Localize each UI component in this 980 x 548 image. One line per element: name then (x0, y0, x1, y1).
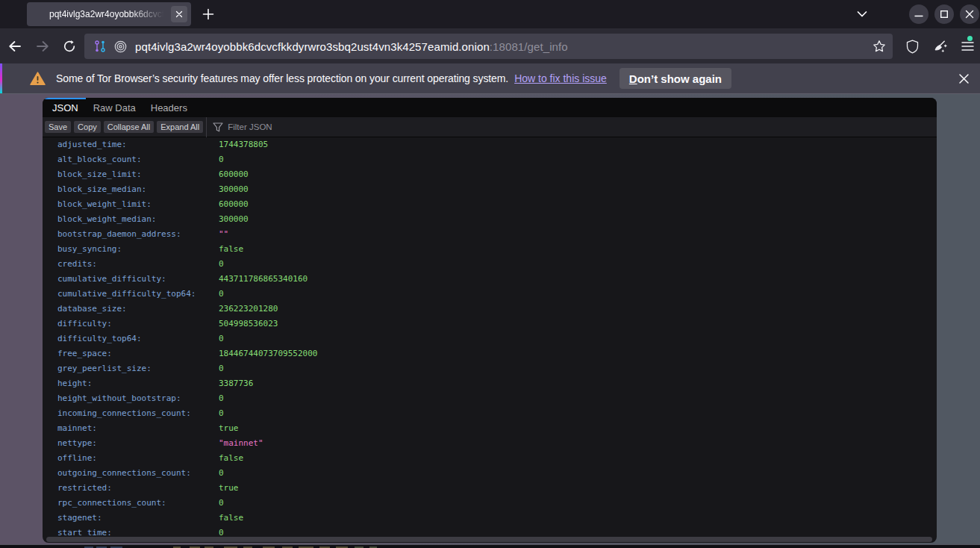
json-row: difficulty:504998536023 (43, 317, 937, 331)
json-value: 0 (219, 331, 937, 346)
forward-button[interactable] (33, 37, 52, 55)
json-key: nettype: (57, 436, 219, 451)
shield-icon (906, 40, 919, 54)
tab-headers[interactable]: Headers (143, 98, 195, 117)
tab-json[interactable]: JSON (45, 98, 86, 117)
json-value: 3387736 (219, 376, 937, 391)
window-close-button[interactable] (960, 4, 979, 24)
chevron-down-icon (856, 10, 868, 19)
minimize-icon (914, 10, 923, 19)
json-key: block_size_median: (57, 182, 219, 197)
json-row: height:3387736 (43, 376, 937, 391)
save-button[interactable]: Save (45, 121, 71, 133)
close-icon (958, 73, 970, 84)
expand-all-button[interactable]: Expand All (157, 121, 203, 133)
json-value: 0 (219, 391, 937, 406)
json-key: height: (57, 376, 219, 391)
json-row: difficulty_top64:0 (43, 331, 937, 346)
copy-button[interactable]: Copy (74, 121, 101, 133)
json-value: 1744378805 (219, 137, 937, 152)
menu-notification-dot (967, 36, 973, 41)
filter-json-input[interactable]: Filter JSON (228, 122, 272, 131)
url-text: pqt4ivlg3a2wr4oyobbk6dcvcfkkdyrwro3sbq2u… (135, 40, 568, 53)
json-value: 443711786865340160 (219, 272, 937, 287)
dont-show-again-button[interactable]: Don’t show again (619, 68, 731, 89)
json-value: 600000 (219, 167, 937, 182)
json-value: false (219, 451, 937, 466)
list-tabs-button[interactable] (854, 7, 870, 21)
json-key: bootstrap_daemon_address: (57, 227, 219, 242)
app-menu-button[interactable] (958, 38, 976, 55)
filter-funnel-icon (213, 122, 223, 132)
json-row: cumulative_difficulty:443711786865340160 (43, 272, 937, 287)
url-bar[interactable]: pqt4ivlg3a2wr4oyobbk6dcvcfkkdyrwro3sbq2u… (84, 34, 893, 59)
hamburger-menu-icon (961, 41, 974, 52)
json-value: 300000 (219, 182, 937, 197)
json-key: stagenet: (57, 511, 219, 526)
json-value: 0 (219, 361, 937, 376)
url-host: pqt4ivlg3a2wr4oyobbk6dcvcfkkdyrwro3sbq2u… (135, 40, 490, 53)
json-value: 504998536023 (219, 317, 937, 331)
toolbar-separator (206, 117, 207, 137)
json-key: offline: (57, 451, 219, 466)
tab-raw-data[interactable]: Raw Data (86, 98, 143, 117)
url-path: :18081/get_info (490, 40, 568, 53)
tab-close-button[interactable] (171, 6, 187, 22)
json-key: outgoing_connections_count: (57, 466, 219, 481)
json-key: block_size_limit: (57, 167, 219, 182)
json-value: false (219, 511, 937, 526)
bottom-edge-strip (0, 544, 980, 548)
json-value: false (219, 242, 937, 257)
tab-title: pqt4ivlg3a2wr4oyobbk6dcvcfkkdyrwro3sbq2u… (49, 9, 169, 19)
json-row: adjusted_time:1744378805 (43, 137, 937, 152)
shield-button[interactable] (903, 38, 921, 55)
json-value: 18446744073709552000 (219, 346, 937, 361)
json-key: cumulative_difficulty_top64: (57, 287, 219, 302)
json-value: 300000 (219, 212, 937, 227)
json-row: block_weight_limit:600000 (43, 197, 937, 212)
json-key: block_weight_limit: (57, 197, 219, 212)
json-row: nettype:"mainnet" (43, 436, 937, 451)
reload-icon (63, 40, 76, 53)
json-row: block_size_median:300000 (43, 182, 937, 197)
window-maximize-button[interactable] (934, 4, 954, 24)
json-row: alt_blocks_count:0 (43, 152, 937, 167)
new-identity-broom-button[interactable] (931, 38, 949, 55)
json-key: difficulty: (57, 317, 219, 331)
browser-tab[interactable]: pqt4ivlg3a2wr4oyobbk6dcvcfkkdyrwro3sbq2u… (27, 2, 191, 26)
json-key: restricted: (57, 481, 219, 496)
horizontal-scrollbar[interactable] (46, 537, 932, 542)
json-rows: adjusted_time:1744378805alt_blocks_count… (43, 137, 937, 541)
json-value: 600000 (219, 197, 937, 212)
json-key: difficulty_top64: (57, 331, 219, 346)
json-value: 0 (219, 406, 937, 421)
json-value: true (219, 421, 937, 436)
collapse-all-button[interactable]: Collapse All (104, 121, 154, 133)
json-row: block_weight_median:300000 (43, 212, 937, 227)
infobar-fix-link[interactable]: How to fix this issue (514, 72, 607, 84)
json-key: adjusted_time: (57, 137, 219, 152)
json-value: 0 (219, 287, 937, 302)
json-row: rpc_connections_count:0 (43, 496, 937, 511)
json-value: 0 (219, 496, 937, 511)
onion-site-icon (114, 40, 127, 53)
json-key: rpc_connections_count: (57, 496, 219, 511)
json-viewer-tabs: JSON Raw Data Headers (43, 98, 937, 117)
close-icon (175, 10, 183, 18)
window-minimize-button[interactable] (909, 4, 928, 24)
json-row: offline:false (43, 451, 937, 466)
json-value: "mainnet" (219, 436, 937, 451)
maximize-icon (940, 10, 949, 19)
json-value: 236223201280 (219, 302, 937, 317)
tor-circuit-icon (93, 40, 107, 53)
json-value: true (219, 481, 937, 496)
warning-icon (30, 72, 46, 86)
json-value: "" (219, 227, 937, 242)
bookmark-star-icon[interactable] (873, 40, 886, 53)
infobar-close-button[interactable] (953, 68, 974, 89)
json-key: alt_blocks_count: (57, 152, 219, 167)
json-key: cumulative_difficulty: (57, 272, 219, 287)
back-button[interactable] (5, 37, 25, 55)
reload-button[interactable] (60, 37, 79, 55)
new-tab-button[interactable] (199, 5, 218, 23)
